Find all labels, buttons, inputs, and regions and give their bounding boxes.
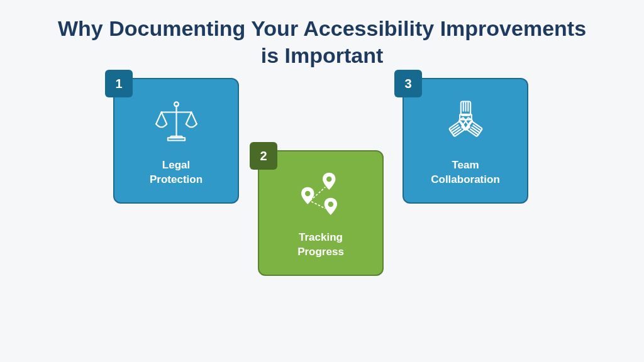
svg-point-8 <box>326 176 332 182</box>
card-tracking-progress: 2 TrackingProgress <box>258 150 384 276</box>
number-badge: 3 <box>394 70 422 97</box>
svg-line-3 <box>156 112 162 124</box>
svg-rect-7 <box>167 138 184 140</box>
card-label: TrackingProgress <box>297 231 344 260</box>
number-badge: 2 <box>250 142 277 170</box>
number-badge: 1 <box>105 70 133 97</box>
svg-line-5 <box>186 112 191 124</box>
page-title: Why Documenting Your Accessibility Impro… <box>0 0 644 69</box>
svg-point-2 <box>174 102 179 106</box>
svg-line-12 <box>311 201 325 208</box>
svg-point-9 <box>305 190 311 196</box>
card-label: LegalProtection <box>150 158 203 187</box>
map-pins-icon <box>292 167 349 223</box>
card-team-collaboration: 3 <box>402 78 528 204</box>
cards-container: 1 LegalProtection <box>0 69 644 362</box>
badge-number: 1 <box>115 77 122 91</box>
svg-line-4 <box>161 112 167 124</box>
hands-together-icon <box>437 94 494 151</box>
scales-icon <box>148 94 204 151</box>
badge-number: 2 <box>260 149 267 163</box>
svg-point-10 <box>328 201 333 207</box>
badge-number: 3 <box>404 77 411 91</box>
svg-line-6 <box>191 112 197 124</box>
card-legal-protection: 1 LegalProtection <box>113 78 239 204</box>
card-label: TeamCollaboration <box>431 158 500 187</box>
